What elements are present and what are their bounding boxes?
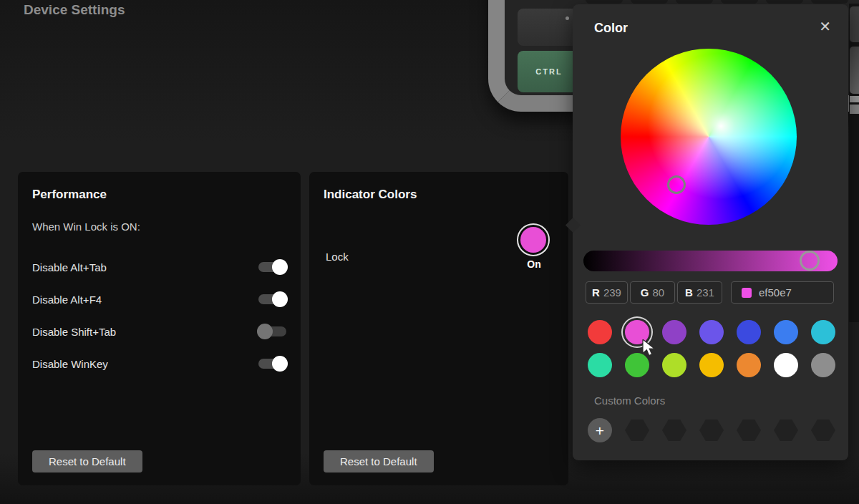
keyboard-key-edge — [850, 105, 859, 114]
toggle-label: Disable WinKey — [32, 358, 108, 370]
performance-panel: Performance When Win Lock is ON: Disable… — [18, 172, 301, 485]
blue-value: 231 — [697, 286, 714, 299]
toggle-knob — [272, 259, 288, 275]
blue-label: B — [685, 286, 693, 299]
custom-color-slot-empty[interactable] — [737, 418, 761, 442]
color-swatch[interactable] — [625, 353, 649, 377]
keyboard-key — [631, 0, 668, 4]
keyboard-key — [518, 9, 578, 46]
lock-color-swatch[interactable] — [520, 227, 546, 253]
rgb-inputs-row: R 239 G 80 B 231 ef50e7 — [573, 281, 848, 304]
custom-color-slot-empty[interactable] — [811, 418, 835, 442]
swatch-row — [588, 320, 838, 344]
keyboard-key — [811, 0, 848, 4]
toggle-label: Disable Alt+Tab — [32, 261, 107, 273]
toggle-switch-disable-winkey[interactable] — [258, 359, 286, 369]
color-swatch[interactable] — [774, 320, 798, 344]
keyboard-key-led — [566, 16, 569, 20]
toggle-row-disable-alt-tab: Disable Alt+Tab — [32, 258, 286, 276]
custom-color-slot-empty[interactable] — [699, 418, 724, 442]
color-swatch[interactable] — [625, 320, 649, 344]
color-swatch[interactable] — [737, 320, 761, 344]
keyboard-key-edge — [850, 47, 859, 94]
dialog-title: Color — [594, 21, 628, 36]
brightness-slider-handle[interactable] — [800, 251, 820, 271]
custom-color-slot-empty[interactable] — [662, 418, 686, 442]
indicator-panel-title: Indicator Colors — [324, 188, 568, 202]
performance-reset-button[interactable]: Reset to Default — [32, 450, 142, 472]
green-label: G — [641, 286, 649, 299]
blue-value-field[interactable]: B 231 — [677, 281, 722, 304]
color-picker-dialog: Color ✕ R 239 G 80 B 231 ef50e7 Custom C… — [573, 4, 848, 460]
red-label: R — [592, 286, 600, 299]
winlock-subtitle: When Win Lock is ON: — [32, 220, 301, 233]
color-swatch[interactable] — [662, 320, 686, 344]
lock-color-ring — [517, 223, 550, 256]
right-edge-keyboard-strip — [849, 4, 859, 322]
toggle-switch-disable-alt-f4[interactable] — [258, 294, 286, 304]
toggle-row-disable-alt-f4: Disable Alt+F4 — [32, 291, 286, 308]
add-custom-color-button[interactable]: + — [588, 418, 612, 442]
performance-panel-title: Performance — [32, 188, 301, 202]
color-wheel-selector[interactable] — [667, 175, 686, 194]
keyboard-key-edge — [850, 96, 859, 102]
lock-color-indicator: On — [517, 223, 551, 270]
custom-colors-row: + — [588, 418, 835, 442]
toggle-knob — [272, 356, 288, 372]
close-icon[interactable]: ✕ — [819, 19, 831, 34]
hex-value: ef50e7 — [759, 286, 792, 299]
red-value: 239 — [603, 286, 621, 299]
swatch-row — [588, 353, 838, 377]
keyboard-key-row — [586, 0, 848, 4]
toggle-row-disable-shift-tab: Disable Shift+Tab — [32, 323, 286, 340]
preset-swatch-grid — [588, 320, 838, 386]
toggle-switch-disable-shift-tab[interactable] — [258, 326, 286, 336]
keyboard-key — [766, 0, 803, 4]
keyboard-key-ctrl: CTRL — [518, 51, 581, 92]
toggle-list: Disable Alt+Tab Disable Alt+F4 Disable S… — [32, 258, 286, 372]
custom-color-slot-empty[interactable] — [774, 418, 798, 442]
custom-colors-label: Custom Colors — [594, 394, 665, 407]
page-title: Device Settings — [24, 2, 125, 18]
color-swatch[interactable] — [699, 353, 724, 377]
green-value: 80 — [652, 286, 664, 299]
lock-label: Lock — [326, 251, 349, 263]
color-swatch[interactable] — [811, 320, 835, 344]
color-swatch[interactable] — [588, 320, 612, 344]
keyboard-key — [586, 0, 623, 4]
color-swatch[interactable] — [811, 353, 835, 377]
hex-value-field[interactable]: ef50e7 — [731, 281, 834, 304]
toggle-label: Disable Shift+Tab — [32, 326, 116, 338]
color-swatch[interactable] — [737, 353, 761, 377]
toggle-knob — [257, 324, 273, 339]
toggle-row-disable-winkey: Disable WinKey — [32, 355, 286, 372]
color-swatch[interactable] — [588, 353, 612, 377]
toggle-knob — [272, 291, 288, 307]
color-swatch[interactable] — [662, 353, 686, 377]
keyboard-key-edge — [850, 6, 859, 42]
keyboard-key — [676, 0, 713, 4]
indicator-colors-panel: Indicator Colors Lock On Reset to Defaul… — [309, 172, 568, 485]
toggle-switch-disable-alt-tab[interactable] — [258, 262, 286, 272]
color-swatch[interactable] — [774, 353, 798, 377]
color-wheel[interactable] — [621, 49, 797, 225]
color-swatch[interactable] — [699, 320, 724, 344]
lock-state-label: On — [517, 258, 551, 270]
red-value-field[interactable]: R 239 — [586, 281, 628, 304]
toggle-label: Disable Alt+F4 — [32, 294, 102, 306]
indicator-reset-button[interactable]: Reset to Default — [324, 450, 434, 472]
keyboard-key — [721, 0, 758, 4]
green-value-field[interactable]: G 80 — [630, 281, 675, 304]
custom-color-slot-empty[interactable] — [625, 418, 649, 442]
hex-color-swatch — [742, 288, 752, 298]
